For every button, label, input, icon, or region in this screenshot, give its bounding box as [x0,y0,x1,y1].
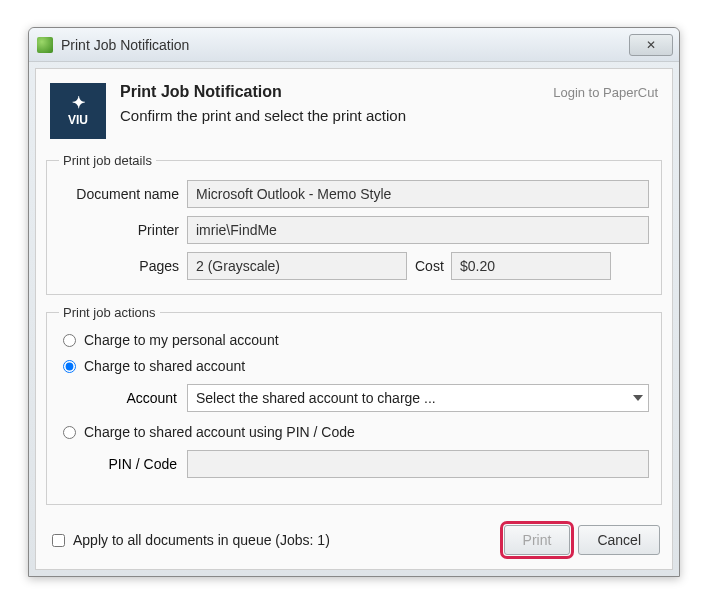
radio-pin-label: Charge to shared account using PIN / Cod… [84,424,355,440]
actions-fieldset: Print job actions Charge to my personal … [46,305,662,505]
details-fieldset: Print job details Document name Microsof… [46,153,662,295]
pin-label: PIN / Code [59,456,187,472]
radio-personal-input[interactable] [63,334,76,347]
radio-personal[interactable]: Charge to my personal account [59,332,649,348]
header-text: Print Job Notification Confirm the print… [120,83,553,124]
pin-input[interactable] [187,450,649,478]
print-button[interactable]: Print [504,525,571,555]
cost-label: Cost [407,258,451,274]
bird-icon: ✦ [72,95,85,111]
apply-all-checkbox[interactable] [52,534,65,547]
dialog-content: ✦ VIU Print Job Notification Confirm the… [35,68,673,570]
viu-logo: ✦ VIU [50,83,106,139]
cost-value: $0.20 [451,252,611,280]
login-link[interactable]: Login to PaperCut [553,83,658,100]
logo-text: VIU [68,113,88,127]
dialog-window: Print Job Notification ✕ ✦ VIU Print Job… [28,27,680,577]
apply-all-row[interactable]: Apply to all documents in queue (Jobs: 1… [52,532,496,548]
chevron-down-icon [633,395,643,401]
dialog-footer: Apply to all documents in queue (Jobs: 1… [36,515,672,569]
dialog-title: Print Job Notification [120,83,553,101]
pages-label: Pages [59,258,187,274]
radio-pin[interactable]: Charge to shared account using PIN / Cod… [59,424,649,440]
printer-label: Printer [59,222,187,238]
radio-personal-label: Charge to my personal account [84,332,279,348]
account-select[interactable]: Select the shared account to charge ... [187,384,649,412]
details-legend: Print job details [59,153,156,168]
app-icon [37,37,53,53]
pages-value: 2 (Grayscale) [187,252,407,280]
header-row: ✦ VIU Print Job Notification Confirm the… [36,69,672,149]
document-name-value: Microsoft Outlook - Memo Style [187,180,649,208]
account-select-value: Select the shared account to charge ... [187,384,649,412]
radio-shared-label: Charge to shared account [84,358,245,374]
close-icon: ✕ [646,38,656,52]
radio-pin-input[interactable] [63,426,76,439]
document-name-label: Document name [59,186,187,202]
titlebar: Print Job Notification ✕ [29,28,679,62]
dialog-subtitle: Confirm the print and select the print a… [120,107,553,124]
radio-shared[interactable]: Charge to shared account [59,358,649,374]
cancel-button[interactable]: Cancel [578,525,660,555]
window-title: Print Job Notification [61,37,629,53]
printer-value: imrie\FindMe [187,216,649,244]
account-label: Account [59,390,187,406]
apply-all-label: Apply to all documents in queue (Jobs: 1… [73,532,330,548]
radio-shared-input[interactable] [63,360,76,373]
actions-legend: Print job actions [59,305,160,320]
close-button[interactable]: ✕ [629,34,673,56]
